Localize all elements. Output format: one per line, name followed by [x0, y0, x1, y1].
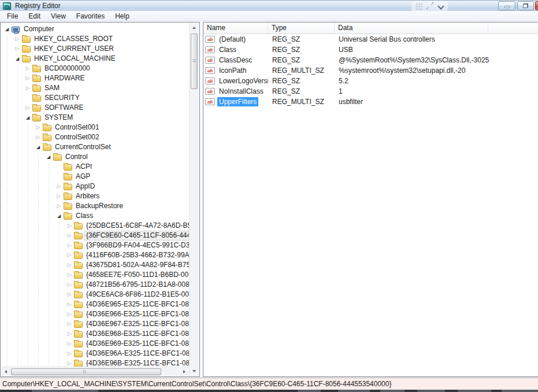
tree-item[interactable]: {4658EE7E-F050-11D1-B6BD-00C04FA — [2, 270, 189, 280]
tree-item[interactable]: Control — [2, 152, 189, 162]
value-row[interactable]: Class REG_SZ USB — [203, 45, 538, 55]
tree-item-label[interactable]: ACPI — [74, 162, 94, 171]
scroll-right-button[interactable] — [180, 367, 189, 376]
tree-item-label[interactable]: SAM — [43, 84, 61, 93]
tree-expander-icon[interactable] — [13, 54, 22, 64]
tree-expander-icon[interactable] — [34, 142, 43, 152]
tree-item-label[interactable]: Computer — [22, 25, 56, 34]
tree-expander-icon[interactable] — [23, 64, 32, 73]
tree-vertical-scrollbar[interactable] — [189, 23, 199, 376]
tree-expander-icon[interactable] — [65, 358, 74, 367]
tree-item[interactable]: {4D36E968-E325-11CE-BFC1-08002BE — [2, 329, 189, 339]
tree-item-label[interactable]: {4D36E966-E325-11CE-BFC1-08002BE — [84, 310, 189, 319]
value-name[interactable]: LowerLogoVersi... — [217, 76, 268, 86]
tree-item-label[interactable]: HARDWARE — [43, 74, 87, 83]
tree-item[interactable]: HKEY_LOCAL_MACHINE — [2, 54, 189, 64]
tree-item-label[interactable]: {48721B56-6795-11D2-B1A8-0080C72 — [84, 280, 189, 289]
tree-item[interactable]: AGP — [2, 172, 189, 182]
tree-expander-icon[interactable] — [2, 24, 12, 34]
scroll-down-button[interactable] — [190, 367, 199, 376]
tree-item-label[interactable]: {3F966BD9-FA04-4EC5-991C-D32697 — [84, 241, 189, 250]
scroll-left-button[interactable] — [1, 367, 10, 376]
tree-item-label[interactable]: ControlSet001 — [53, 123, 101, 132]
tree-item-label[interactable]: AGP — [74, 172, 92, 181]
value-name[interactable]: UpperFilters — [217, 97, 258, 106]
tree-item[interactable]: HKEY_CLASSES_ROOT — [2, 34, 189, 44]
grid-icon[interactable] — [415, 2, 422, 10]
tree-item[interactable]: ControlSet002 — [2, 132, 189, 142]
tree-item-label[interactable]: HKEY_CLASSES_ROOT — [32, 35, 114, 43]
tree-expander-icon[interactable] — [65, 270, 74, 280]
tree-item-label[interactable]: {49CE6AC8-6F86-11D2-B1E5-0080C7 — [84, 290, 189, 299]
restore-button[interactable] — [517, 1, 534, 10]
menu-item[interactable]: View — [46, 12, 71, 21]
tree-item-label[interactable]: ControlSet002 — [53, 133, 101, 142]
tree-expander-icon[interactable] — [65, 329, 74, 339]
tree-horizontal-scrollbar[interactable] — [1, 367, 189, 376]
tree-item[interactable]: Arbiters — [2, 191, 189, 201]
value-row[interactable]: IconPath REG_MULTI_SZ %systemroot%\syste… — [203, 65, 538, 76]
value-row[interactable]: ClassDesc REG_SZ @%SystemRoot%\System32\… — [203, 55, 538, 65]
tree-expander-icon[interactable] — [65, 299, 74, 309]
column-header-data[interactable]: Data — [335, 23, 488, 34]
tree-expander-icon[interactable] — [65, 280, 74, 290]
tree-item-label[interactable]: SECURITY — [43, 94, 81, 102]
tree-item[interactable]: SYSTEM — [2, 113, 189, 123]
tree-item-label[interactable]: {4D36E965-E325-11CE-BFC1-08002BE — [84, 300, 189, 309]
tree-item[interactable]: ControlSet001 — [2, 123, 189, 132]
value-name-cell[interactable]: (Default) — [203, 35, 268, 44]
tree-item-label[interactable]: SOFTWARE — [43, 103, 86, 112]
vertical-scroll-thumb[interactable] — [191, 34, 198, 89]
tree-item[interactable]: Computer — [2, 24, 189, 34]
tree-expander-icon[interactable] — [34, 132, 43, 142]
column-header-type[interactable]: Type — [268, 23, 335, 34]
tree-item[interactable]: {4D36E969-E325-11CE-BFC1-08002BE — [2, 339, 189, 349]
tree-item-label[interactable]: SYSTEM — [43, 113, 75, 122]
tree-item-label[interactable]: {4D36E96A-E325-11CE-BFC1-08002BE — [84, 349, 189, 358]
expand-icon[interactable] — [426, 2, 434, 10]
tree-item[interactable]: HKEY_CURRENT_USER — [2, 44, 189, 54]
tree-item[interactable]: ACPI — [2, 162, 189, 172]
tree-expander-icon[interactable] — [65, 260, 74, 270]
tree-item-label[interactable]: {25DBCE51-6C8F-4A72-8A6D-B54C2B — [84, 221, 189, 230]
tree-item-label[interactable]: BackupRestore — [74, 202, 125, 210]
tree-item[interactable]: {36FC9E60-C465-11CF-8056-4445535 — [2, 231, 189, 241]
tree-item[interactable]: BackupRestore — [2, 201, 189, 211]
tree-expander-icon[interactable] — [65, 231, 74, 241]
value-name-cell[interactable]: LowerLogoVersi... — [203, 76, 268, 86]
value-name[interactable]: ClassDesc — [217, 56, 254, 65]
tree-item[interactable]: CurrentControlSet — [2, 142, 189, 152]
menu-item[interactable]: File — [2, 12, 23, 21]
tree-item-label[interactable]: Arbiters — [74, 192, 101, 201]
close-button[interactable] — [535, 1, 538, 10]
value-name[interactable]: (Default) — [217, 35, 247, 44]
tree-item-label[interactable]: CurrentControlSet — [53, 143, 113, 151]
value-name[interactable]: IconPath — [217, 66, 248, 75]
tree-item-label[interactable]: {36FC9E60-C465-11CF-8056-4445535 — [84, 231, 189, 240]
value-row[interactable]: LowerLogoVersi... REG_SZ 5.2 — [203, 76, 538, 86]
tree-item-label[interactable]: {4D36E968-E325-11CE-BFC1-08002BE — [84, 330, 189, 338]
tree-item[interactable]: SOFTWARE — [2, 103, 189, 113]
value-name-cell[interactable]: Class — [203, 45, 268, 54]
tree-item[interactable]: SECURITY — [2, 93, 189, 103]
tree-item-label[interactable]: {4D36E96B-E325-11CE-BFC1-08002BE — [84, 359, 189, 367]
value-name-cell[interactable]: UpperFilters — [203, 97, 268, 106]
value-row[interactable]: UpperFilters REG_MULTI_SZ usbfilter — [203, 97, 538, 107]
tree-expander-icon[interactable] — [65, 250, 74, 260]
scroll-up-button[interactable] — [190, 23, 199, 32]
tree-item-label[interactable]: Control — [64, 153, 90, 161]
tree-item-label[interactable]: Class — [74, 212, 95, 220]
tree-item[interactable]: {4D36E96B-E325-11CE-BFC1-08002BE — [2, 358, 189, 367]
tree-item[interactable]: SAM — [2, 83, 189, 93]
menu-item[interactable]: Edit — [23, 12, 46, 21]
tree-item[interactable]: {3F966BD9-FA04-4EC5-991C-D32697 — [2, 241, 189, 250]
tree-expander-icon[interactable] — [23, 113, 32, 123]
tree-expander-icon[interactable] — [54, 191, 64, 201]
tree-expander-icon[interactable] — [54, 182, 64, 191]
value-name-cell[interactable]: IconPath — [203, 66, 268, 75]
tree-expander-icon[interactable] — [23, 103, 32, 113]
tree-item[interactable]: {25DBCE51-6C8F-4A72-8A6D-B54C2B — [2, 221, 189, 231]
value-name-cell[interactable]: NoInstallClass — [203, 87, 268, 96]
tree-expander-icon[interactable] — [65, 339, 74, 349]
tree-item-label[interactable]: {43675D81-502A-4A82-9F84-B75F418 — [84, 261, 189, 269]
